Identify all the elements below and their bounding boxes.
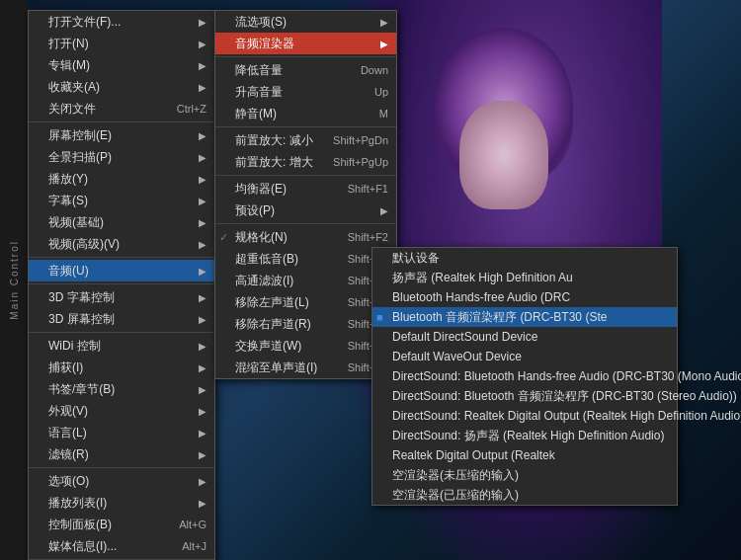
audio-sub-separator-2	[215, 175, 396, 176]
device-bluetooth-handsfree[interactable]: Bluetooth Hands-free Audio (DRC	[372, 287, 677, 307]
menu-video-basic-label: 视频(基础)	[48, 214, 104, 231]
menu-stream-select-label: 流选项(S)	[235, 14, 287, 31]
menu-playback[interactable]: 播放(Y) ▶	[29, 168, 214, 190]
menu-favorites[interactable]: 收藏夹(A) ▶	[29, 76, 214, 98]
main-context-menu: 打开文件(F)... ▶ 打开(N) ▶ 专辑(M) ▶ 收藏夹(A) ▶ 关闭…	[28, 10, 215, 560]
device-bluetooth-stereo[interactable]: ■ Bluetooth 音频渲染程序 (DRC-BT30 (Ste	[372, 307, 677, 327]
menu-fullscreen[interactable]: 全景扫描(P) ▶	[29, 146, 214, 168]
audio-sub-separator-3	[215, 223, 396, 224]
menu-video-advanced[interactable]: 视频(高级)(V) ▶	[29, 233, 214, 255]
menu-3d-subtitle[interactable]: 3D 字幕控制 ▶	[29, 286, 214, 308]
menu-hi-pass[interactable]: 高通滤波(I) Shift+F4	[215, 270, 396, 291]
device-ds-bt-mono-label: DirectSound: Bluetooth Hands-free Audio …	[392, 369, 741, 383]
menu-equalizer-label: 均衡器(E)	[235, 181, 287, 198]
device-realtek-digital[interactable]: Realtek Digital Output (Realtek	[372, 445, 677, 465]
menu-presets[interactable]: 预设(P) ▶	[215, 200, 396, 221]
device-menu: 默认设备 扬声器 (Realtek High Definition Au Blu…	[371, 247, 678, 506]
menu-audio[interactable]: 音频(U) ▶	[29, 260, 214, 281]
separator-5	[29, 467, 214, 468]
menu-hi-pass-label: 高通滤波(I)	[235, 273, 293, 289]
menu-media-info-label: 媒体信息(I)...	[48, 538, 117, 555]
menu-options[interactable]: 选项(O) ▶	[29, 470, 214, 492]
menu-stream-select[interactable]: 流选项(S) ▶	[215, 11, 396, 33]
menu-filter-arrow: ▶	[199, 449, 206, 460]
menu-vol-large[interactable]: 前置放大: 增大 Shift+PgUp	[215, 151, 396, 173]
menu-options-label: 选项(O)	[48, 473, 89, 490]
menu-options-arrow: ▶	[199, 476, 206, 487]
device-ds-realtek-speaker-label: DirectSound: 扬声器 (Realtek High Definitio…	[392, 428, 664, 444]
separator-1	[29, 121, 214, 122]
device-bluetooth-stereo-radio: ■	[376, 311, 383, 323]
menu-close-file[interactable]: 关闭文件 Ctrl+Z	[29, 98, 214, 120]
menu-volume-down[interactable]: 降低音量 Down	[215, 59, 396, 81]
menu-remove-left[interactable]: 移除左声道(L) Shift+F5	[215, 291, 396, 313]
audio-submenu: 流选项(S) ▶ 音频渲染器 ▶ 降低音量 Down 升高音量 Up 静音(M)…	[214, 10, 397, 379]
menu-audio-renderer[interactable]: 音频渲染器 ▶	[215, 33, 396, 54]
menu-vol-small[interactable]: 前置放大: 减小 Shift+PgDn	[215, 129, 396, 151]
device-realtek-speaker[interactable]: 扬声器 (Realtek High Definition Au	[372, 268, 677, 287]
menu-open-arrow: ▶	[199, 39, 206, 49]
menu-mute-shortcut: M	[379, 108, 388, 120]
menu-close-file-shortcut: Ctrl+Z	[177, 103, 206, 115]
menu-bass-boost[interactable]: 超重低音(B) Shift+F3	[215, 248, 396, 270]
menu-3d-subtitle-label: 3D 字幕控制	[48, 289, 115, 306]
device-ds-realtek-speaker[interactable]: DirectSound: 扬声器 (Realtek High Definitio…	[372, 426, 677, 445]
menu-subtitle[interactable]: 字幕(S) ▶	[29, 190, 214, 211]
menu-normalize[interactable]: ✓ 规格化(N) Shift+F2	[215, 226, 396, 248]
menu-mono-stereo-label: 混缩至单声道(I)	[235, 360, 317, 376]
menu-bass-boost-label: 超重低音(B)	[235, 251, 298, 268]
device-default-directsound[interactable]: Default DirectSound Device	[372, 327, 677, 347]
menu-favorites-arrow: ▶	[199, 82, 206, 93]
menu-mute[interactable]: 静音(M) M	[215, 103, 396, 124]
menu-external[interactable]: 外观(V) ▶	[29, 400, 214, 422]
menu-volume-up-label: 升高音量	[235, 84, 283, 101]
menu-media-info[interactable]: 媒体信息(I)... Alt+J	[29, 535, 214, 557]
menu-control-panel[interactable]: 控制面板(B) Alt+G	[29, 514, 214, 535]
menu-fullscreen-label: 全景扫描(P)	[48, 149, 112, 166]
audio-sub-separator-1	[215, 126, 396, 127]
menu-remove-right[interactable]: 移除右声道(R) Shift+F6	[215, 313, 396, 335]
device-default-waveout[interactable]: Default WaveOut Device	[372, 347, 677, 366]
menu-open-label: 打开(N)	[48, 36, 89, 52]
menu-volume-up[interactable]: 升高音量 Up	[215, 81, 396, 103]
menu-vol-small-label: 前置放大: 减小	[235, 132, 313, 149]
device-default-label: 默认设备	[392, 250, 440, 267]
menu-language[interactable]: 语言(L) ▶	[29, 422, 214, 443]
menu-normalize-check: ✓	[219, 231, 228, 244]
device-default[interactable]: 默认设备	[372, 248, 677, 268]
menu-3d-screen[interactable]: 3D 屏幕控制 ▶	[29, 308, 214, 330]
menu-video-basic[interactable]: 视频(基础) ▶	[29, 211, 214, 233]
menu-vol-small-shortcut: Shift+PgDn	[333, 134, 388, 146]
menu-album[interactable]: 专辑(M) ▶	[29, 54, 214, 76]
menu-playlist[interactable]: 播放列表(I) ▶	[29, 492, 214, 514]
menu-bookmark[interactable]: 书签/章节(B) ▶	[29, 378, 214, 400]
menu-screen-control[interactable]: 屏幕控制(E) ▶	[29, 124, 214, 146]
menu-widi[interactable]: WiDi 控制 ▶	[29, 335, 214, 357]
menu-open-file[interactable]: 打开文件(F)... ▶	[29, 11, 214, 33]
device-ds-realtek-digital[interactable]: DirectSound: Realtek Digital Output (Rea…	[372, 406, 677, 426]
device-default-directsound-label: Default DirectSound Device	[392, 330, 537, 344]
menu-audio-renderer-label: 音频渲染器	[235, 36, 294, 52]
menu-filter[interactable]: 滤镜(R) ▶	[29, 443, 214, 465]
menu-subtitle-arrow: ▶	[199, 196, 206, 206]
menu-video-advanced-arrow: ▶	[199, 239, 206, 250]
menu-swap-channels[interactable]: 交换声道(W) Shift+F7	[215, 335, 396, 357]
menu-equalizer[interactable]: 均衡器(E) Shift+F1	[215, 178, 396, 200]
menu-video-basic-arrow: ▶	[199, 217, 206, 228]
menu-vol-large-shortcut: Shift+PgUp	[333, 156, 388, 168]
menu-swap-channels-label: 交换声道(W)	[235, 338, 301, 355]
device-renderer-uncompressed[interactable]: 空渲染器(未压缩的输入)	[372, 465, 677, 485]
menu-external-arrow: ▶	[199, 406, 206, 417]
menu-media-info-shortcut: Alt+J	[182, 540, 206, 552]
separator-2	[29, 257, 214, 258]
menu-external-label: 外观(V)	[48, 403, 88, 420]
menu-capture[interactable]: 捕获(I) ▶	[29, 357, 214, 378]
device-renderer-compressed[interactable]: 空渲染器(已压缩的输入)	[372, 485, 677, 505]
device-ds-bt-stereo[interactable]: DirectSound: Bluetooth 音频渲染程序 (DRC-BT30 …	[372, 386, 677, 406]
menu-mono-stereo[interactable]: 混缩至单声道(I) Shift+F8	[215, 357, 396, 378]
device-ds-bt-mono[interactable]: DirectSound: Bluetooth Hands-free Audio …	[372, 366, 677, 386]
menu-widi-arrow: ▶	[199, 341, 206, 352]
menu-playback-label: 播放(Y)	[48, 171, 88, 188]
menu-open[interactable]: 打开(N) ▶	[29, 33, 214, 54]
menu-language-arrow: ▶	[199, 428, 206, 439]
